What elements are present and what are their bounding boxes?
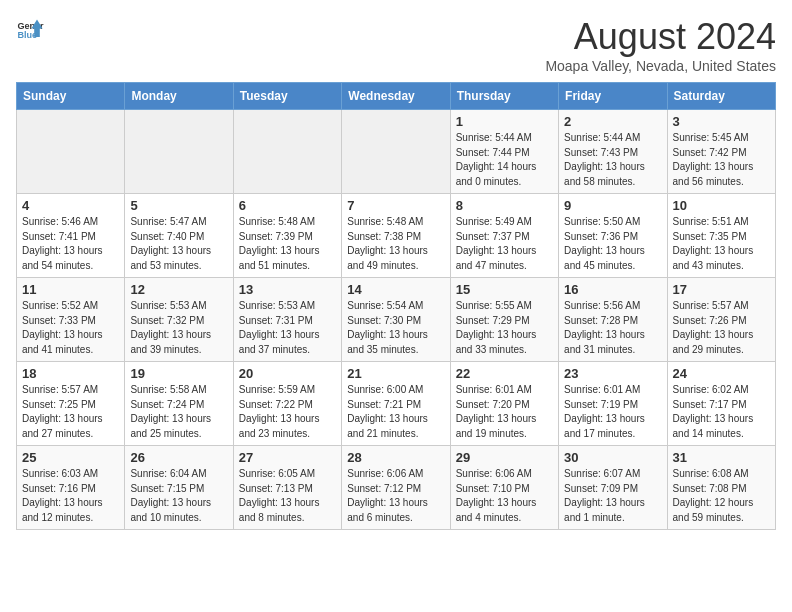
calendar-cell: 7Sunrise: 5:48 AM Sunset: 7:38 PM Daylig… <box>342 194 450 278</box>
day-number: 1 <box>456 114 553 129</box>
day-number: 10 <box>673 198 770 213</box>
day-number: 21 <box>347 366 444 381</box>
day-number: 16 <box>564 282 661 297</box>
day-number: 7 <box>347 198 444 213</box>
day-info: Sunrise: 5:44 AM Sunset: 7:43 PM Dayligh… <box>564 131 661 189</box>
calendar-header: Sunday Monday Tuesday Wednesday Thursday… <box>17 83 776 110</box>
calendar-table: Sunday Monday Tuesday Wednesday Thursday… <box>16 82 776 530</box>
day-number: 14 <box>347 282 444 297</box>
day-info: Sunrise: 6:04 AM Sunset: 7:15 PM Dayligh… <box>130 467 227 525</box>
day-info: Sunrise: 6:07 AM Sunset: 7:09 PM Dayligh… <box>564 467 661 525</box>
header-saturday: Saturday <box>667 83 775 110</box>
calendar-cell <box>233 110 341 194</box>
calendar-cell: 11Sunrise: 5:52 AM Sunset: 7:33 PM Dayli… <box>17 278 125 362</box>
header-monday: Monday <box>125 83 233 110</box>
calendar-cell: 10Sunrise: 5:51 AM Sunset: 7:35 PM Dayli… <box>667 194 775 278</box>
calendar-cell: 31Sunrise: 6:08 AM Sunset: 7:08 PM Dayli… <box>667 446 775 530</box>
title-area: August 2024 Moapa Valley, Nevada, United… <box>545 16 776 74</box>
calendar-week-1: 1Sunrise: 5:44 AM Sunset: 7:44 PM Daylig… <box>17 110 776 194</box>
day-info: Sunrise: 5:59 AM Sunset: 7:22 PM Dayligh… <box>239 383 336 441</box>
calendar-cell: 3Sunrise: 5:45 AM Sunset: 7:42 PM Daylig… <box>667 110 775 194</box>
header: General Blue August 2024 Moapa Valley, N… <box>16 16 776 74</box>
header-sunday: Sunday <box>17 83 125 110</box>
day-number: 13 <box>239 282 336 297</box>
calendar-cell: 23Sunrise: 6:01 AM Sunset: 7:19 PM Dayli… <box>559 362 667 446</box>
day-number: 9 <box>564 198 661 213</box>
calendar-cell: 21Sunrise: 6:00 AM Sunset: 7:21 PM Dayli… <box>342 362 450 446</box>
calendar-week-4: 18Sunrise: 5:57 AM Sunset: 7:25 PM Dayli… <box>17 362 776 446</box>
day-info: Sunrise: 5:47 AM Sunset: 7:40 PM Dayligh… <box>130 215 227 273</box>
day-number: 29 <box>456 450 553 465</box>
calendar-cell: 14Sunrise: 5:54 AM Sunset: 7:30 PM Dayli… <box>342 278 450 362</box>
calendar-body: 1Sunrise: 5:44 AM Sunset: 7:44 PM Daylig… <box>17 110 776 530</box>
calendar-cell: 24Sunrise: 6:02 AM Sunset: 7:17 PM Dayli… <box>667 362 775 446</box>
day-number: 22 <box>456 366 553 381</box>
header-tuesday: Tuesday <box>233 83 341 110</box>
location: Moapa Valley, Nevada, United States <box>545 58 776 74</box>
calendar-cell: 29Sunrise: 6:06 AM Sunset: 7:10 PM Dayli… <box>450 446 558 530</box>
day-number: 24 <box>673 366 770 381</box>
calendar-cell: 6Sunrise: 5:48 AM Sunset: 7:39 PM Daylig… <box>233 194 341 278</box>
calendar-cell: 20Sunrise: 5:59 AM Sunset: 7:22 PM Dayli… <box>233 362 341 446</box>
calendar-cell: 13Sunrise: 5:53 AM Sunset: 7:31 PM Dayli… <box>233 278 341 362</box>
day-number: 15 <box>456 282 553 297</box>
day-info: Sunrise: 5:58 AM Sunset: 7:24 PM Dayligh… <box>130 383 227 441</box>
day-info: Sunrise: 6:00 AM Sunset: 7:21 PM Dayligh… <box>347 383 444 441</box>
calendar-cell: 1Sunrise: 5:44 AM Sunset: 7:44 PM Daylig… <box>450 110 558 194</box>
calendar-cell: 26Sunrise: 6:04 AM Sunset: 7:15 PM Dayli… <box>125 446 233 530</box>
day-info: Sunrise: 6:03 AM Sunset: 7:16 PM Dayligh… <box>22 467 119 525</box>
day-info: Sunrise: 5:45 AM Sunset: 7:42 PM Dayligh… <box>673 131 770 189</box>
calendar-cell: 4Sunrise: 5:46 AM Sunset: 7:41 PM Daylig… <box>17 194 125 278</box>
day-number: 3 <box>673 114 770 129</box>
calendar-cell <box>17 110 125 194</box>
month-title: August 2024 <box>545 16 776 58</box>
day-info: Sunrise: 5:49 AM Sunset: 7:37 PM Dayligh… <box>456 215 553 273</box>
calendar-cell <box>342 110 450 194</box>
day-info: Sunrise: 6:06 AM Sunset: 7:12 PM Dayligh… <box>347 467 444 525</box>
day-number: 11 <box>22 282 119 297</box>
day-info: Sunrise: 5:44 AM Sunset: 7:44 PM Dayligh… <box>456 131 553 189</box>
day-info: Sunrise: 6:02 AM Sunset: 7:17 PM Dayligh… <box>673 383 770 441</box>
day-number: 26 <box>130 450 227 465</box>
day-number: 27 <box>239 450 336 465</box>
day-info: Sunrise: 5:56 AM Sunset: 7:28 PM Dayligh… <box>564 299 661 357</box>
calendar-cell: 28Sunrise: 6:06 AM Sunset: 7:12 PM Dayli… <box>342 446 450 530</box>
day-info: Sunrise: 5:48 AM Sunset: 7:38 PM Dayligh… <box>347 215 444 273</box>
calendar-cell: 27Sunrise: 6:05 AM Sunset: 7:13 PM Dayli… <box>233 446 341 530</box>
day-number: 5 <box>130 198 227 213</box>
day-number: 12 <box>130 282 227 297</box>
calendar-cell <box>125 110 233 194</box>
day-number: 28 <box>347 450 444 465</box>
day-number: 17 <box>673 282 770 297</box>
calendar-cell: 16Sunrise: 5:56 AM Sunset: 7:28 PM Dayli… <box>559 278 667 362</box>
day-info: Sunrise: 6:01 AM Sunset: 7:19 PM Dayligh… <box>564 383 661 441</box>
day-number: 6 <box>239 198 336 213</box>
day-info: Sunrise: 6:08 AM Sunset: 7:08 PM Dayligh… <box>673 467 770 525</box>
day-info: Sunrise: 5:53 AM Sunset: 7:31 PM Dayligh… <box>239 299 336 357</box>
calendar-cell: 8Sunrise: 5:49 AM Sunset: 7:37 PM Daylig… <box>450 194 558 278</box>
day-number: 23 <box>564 366 661 381</box>
day-number: 30 <box>564 450 661 465</box>
calendar-cell: 15Sunrise: 5:55 AM Sunset: 7:29 PM Dayli… <box>450 278 558 362</box>
day-info: Sunrise: 5:52 AM Sunset: 7:33 PM Dayligh… <box>22 299 119 357</box>
day-info: Sunrise: 5:48 AM Sunset: 7:39 PM Dayligh… <box>239 215 336 273</box>
calendar-cell: 25Sunrise: 6:03 AM Sunset: 7:16 PM Dayli… <box>17 446 125 530</box>
calendar-cell: 19Sunrise: 5:58 AM Sunset: 7:24 PM Dayli… <box>125 362 233 446</box>
day-info: Sunrise: 5:50 AM Sunset: 7:36 PM Dayligh… <box>564 215 661 273</box>
calendar-cell: 5Sunrise: 5:47 AM Sunset: 7:40 PM Daylig… <box>125 194 233 278</box>
header-row: Sunday Monday Tuesday Wednesday Thursday… <box>17 83 776 110</box>
calendar-cell: 12Sunrise: 5:53 AM Sunset: 7:32 PM Dayli… <box>125 278 233 362</box>
header-wednesday: Wednesday <box>342 83 450 110</box>
calendar-cell: 18Sunrise: 5:57 AM Sunset: 7:25 PM Dayli… <box>17 362 125 446</box>
day-number: 31 <box>673 450 770 465</box>
calendar-week-2: 4Sunrise: 5:46 AM Sunset: 7:41 PM Daylig… <box>17 194 776 278</box>
day-info: Sunrise: 5:57 AM Sunset: 7:25 PM Dayligh… <box>22 383 119 441</box>
day-number: 25 <box>22 450 119 465</box>
calendar-cell: 9Sunrise: 5:50 AM Sunset: 7:36 PM Daylig… <box>559 194 667 278</box>
day-info: Sunrise: 5:51 AM Sunset: 7:35 PM Dayligh… <box>673 215 770 273</box>
day-info: Sunrise: 5:46 AM Sunset: 7:41 PM Dayligh… <box>22 215 119 273</box>
calendar-cell: 30Sunrise: 6:07 AM Sunset: 7:09 PM Dayli… <box>559 446 667 530</box>
day-number: 4 <box>22 198 119 213</box>
day-number: 2 <box>564 114 661 129</box>
day-info: Sunrise: 6:01 AM Sunset: 7:20 PM Dayligh… <box>456 383 553 441</box>
